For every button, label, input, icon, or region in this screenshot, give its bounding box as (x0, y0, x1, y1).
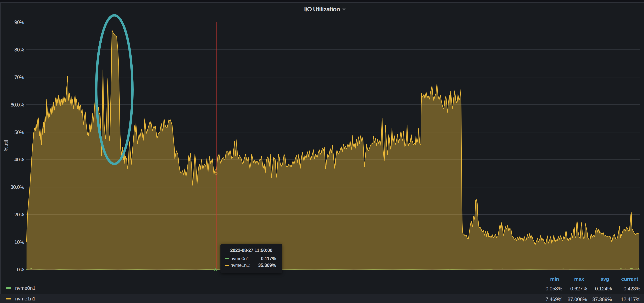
svg-text:10%: 10% (14, 239, 24, 245)
svg-text:avg: avg (600, 276, 609, 282)
svg-text:0.627%: 0.627% (570, 286, 587, 292)
svg-text:60.0%: 60.0% (10, 102, 24, 108)
svg-text:70%: 70% (14, 74, 24, 80)
svg-text:80%: 80% (14, 47, 24, 53)
svg-text:7.469%: 7.469% (546, 296, 562, 302)
svg-text:90%: 90% (14, 19, 24, 25)
svg-text:nvme0n1: nvme0n1 (15, 285, 35, 291)
svg-text:87.008%: 87.008% (568, 296, 587, 302)
svg-text:30.0%: 30.0% (10, 184, 24, 190)
svg-text:0.058%: 0.058% (546, 286, 562, 292)
svg-text:50%: 50% (14, 129, 24, 135)
svg-text:12.417%: 12.417% (621, 296, 640, 302)
svg-text:nvme1n1: nvme1n1 (15, 296, 35, 302)
svg-text:40%: 40% (14, 156, 24, 162)
svg-text:0.423%: 0.423% (624, 286, 640, 292)
svg-text:min: min (550, 276, 559, 282)
svg-text:0%: 0% (17, 267, 24, 272)
svg-text:current: current (621, 276, 638, 282)
svg-text:0.124%: 0.124% (595, 286, 612, 292)
svg-text:max: max (574, 276, 584, 282)
svg-text:37.389%: 37.389% (592, 296, 612, 302)
svg-text:20%: 20% (14, 212, 24, 218)
